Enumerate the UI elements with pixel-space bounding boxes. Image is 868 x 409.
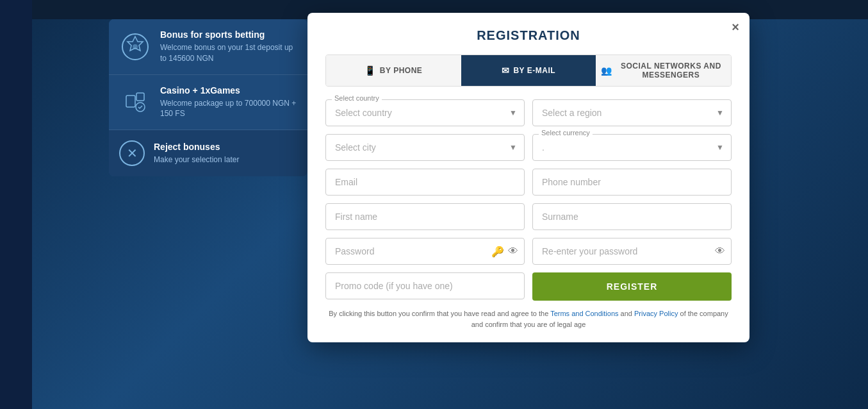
form-row-email-phone: [325, 169, 732, 196]
tab-email[interactable]: ✉ BY E-MAIL: [461, 55, 596, 86]
email-input[interactable]: [325, 169, 525, 196]
bonus-panel: Bonus for sports betting Welcome bonus o…: [109, 19, 307, 176]
terms-link[interactable]: Terms and Conditions: [550, 310, 618, 317]
bonus-casino[interactable]: Casino + 1xGames Welcome package up to 7…: [109, 75, 307, 131]
tab-email-label: BY E-MAIL: [513, 66, 555, 75]
casino-icon: [119, 86, 151, 118]
bonus-reject[interactable]: ✕ Reject bonuses Make your selection lat…: [109, 130, 307, 176]
eye-toggle-reenter-icon[interactable]: 👁: [715, 246, 725, 257]
phone-group: [532, 169, 732, 196]
bonus-casino-desc: Welcome package up to 700000 NGN + 150 F…: [160, 98, 297, 120]
tab-phone-label: BY PHONE: [380, 66, 422, 75]
svg-rect-3: [126, 96, 135, 107]
city-select-wrapper: Select city ▼: [325, 134, 525, 161]
form-row-password: 🔑 👁 👁: [325, 238, 732, 265]
svg-rect-4: [136, 93, 144, 101]
tab-social-label: SOCIAL NETWORKS AND MESSENGERS: [616, 62, 726, 79]
svg-point-2: [133, 44, 138, 49]
privacy-link[interactable]: Privacy Policy: [634, 310, 678, 317]
reenter-password-group: 👁: [532, 238, 732, 265]
region-select-wrapper: Select a region ▼: [532, 99, 732, 126]
region-select[interactable]: Select a region: [532, 99, 732, 126]
country-group: Select country Select country ▼: [325, 99, 525, 126]
surname-group: [532, 203, 732, 230]
country-float-label: Select country: [332, 94, 382, 102]
eye-toggle-icon[interactable]: 👁: [508, 246, 518, 258]
reenter-password-icons: 👁: [715, 246, 725, 257]
close-button[interactable]: ×: [732, 21, 739, 33]
registration-tabs: 📱 BY PHONE ✉ BY E-MAIL 👥 SOCIAL NETWORKS…: [325, 54, 732, 87]
terms-and: and: [619, 310, 634, 317]
terms-text: By clicking this button you confirm that…: [325, 308, 732, 330]
password-wrapper: 🔑 👁: [325, 238, 525, 265]
bonus-sports-text: Bonus for sports betting Welcome bonus o…: [160, 29, 297, 64]
currency-group: Select currency . ▼: [532, 134, 732, 161]
surname-input[interactable]: [532, 203, 732, 230]
email-tab-icon: ✉: [502, 65, 510, 76]
currency-select[interactable]: .: [532, 134, 732, 161]
bonus-reject-desc: Make your selection later: [154, 154, 239, 165]
form-row-country-region: Select country Select country ▼ Select a…: [325, 99, 732, 126]
form-row-name: [325, 203, 732, 230]
modal-title: REGISTRATION: [325, 28, 732, 43]
soccer-ball-icon: [119, 31, 151, 63]
firstname-group: [325, 203, 525, 230]
currency-select-wrapper: Select currency . ▼: [532, 134, 732, 161]
promo-group: [325, 272, 525, 301]
phone-tab-icon: 📱: [364, 65, 376, 76]
sidebar-edge: [0, 0, 32, 409]
social-tab-icon: 👥: [601, 65, 612, 76]
form-row-city-currency: Select city ▼ Select currency . ▼: [325, 134, 732, 161]
bonus-sports[interactable]: Bonus for sports betting Welcome bonus o…: [109, 19, 307, 75]
promo-input[interactable]: [325, 272, 525, 299]
bonus-sports-title: Bonus for sports betting: [160, 29, 297, 40]
currency-float-label: Select currency: [539, 129, 593, 137]
bonus-reject-text: Reject bonuses Make your selection later: [154, 142, 239, 165]
key-icon[interactable]: 🔑: [491, 246, 504, 258]
phone-input[interactable]: [532, 169, 732, 196]
email-group: [325, 169, 525, 196]
registration-modal: × REGISTRATION 📱 BY PHONE ✉ BY E-MAIL 👥 …: [307, 13, 749, 342]
city-group: Select city ▼: [325, 134, 525, 161]
register-button[interactable]: REGISTER: [532, 272, 732, 301]
tab-phone[interactable]: 📱 BY PHONE: [326, 55, 461, 86]
country-select-wrapper: Select country Select country ▼: [325, 99, 525, 126]
password-group: 🔑 👁: [325, 238, 525, 265]
reenter-password-input[interactable]: [532, 238, 732, 265]
password-icons: 🔑 👁: [491, 246, 518, 258]
terms-prefix: By clicking this button you confirm that…: [329, 310, 550, 317]
bonus-casino-title: Casino + 1xGames: [160, 85, 297, 96]
form-row-promo-register: REGISTER: [325, 272, 732, 301]
reject-icon: ✕: [119, 140, 145, 166]
reenter-wrapper: 👁: [532, 238, 732, 265]
country-select[interactable]: Select country: [325, 99, 525, 126]
city-select[interactable]: Select city: [325, 134, 525, 161]
bonus-reject-title: Reject bonuses: [154, 142, 239, 152]
firstname-input[interactable]: [325, 203, 525, 230]
tab-social[interactable]: 👥 SOCIAL NETWORKS AND MESSENGERS: [596, 55, 731, 86]
bonus-sports-desc: Welcome bonus on your 1st deposit up to …: [160, 42, 297, 64]
register-group: REGISTER: [532, 272, 732, 301]
region-group: Select a region ▼: [532, 99, 732, 126]
bonus-casino-text: Casino + 1xGames Welcome package up to 7…: [160, 85, 297, 120]
